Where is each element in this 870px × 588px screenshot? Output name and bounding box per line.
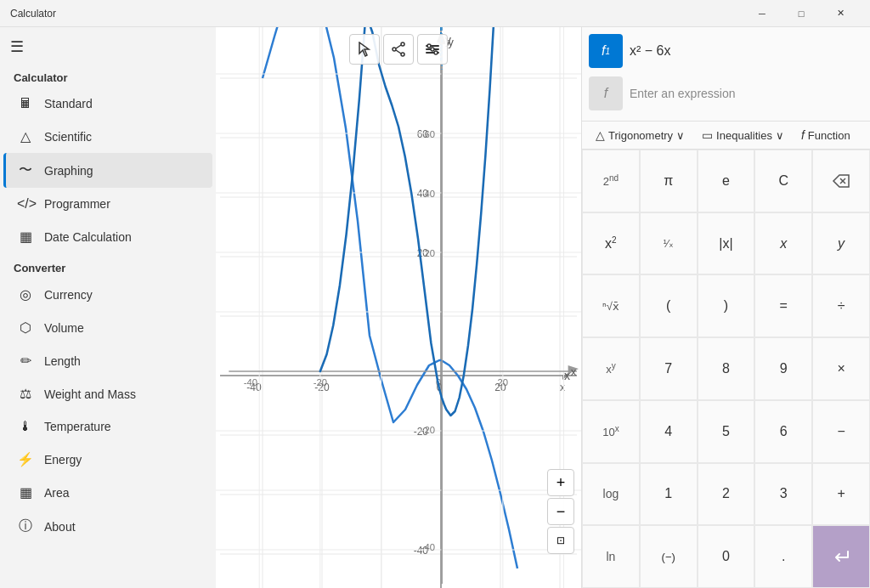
- svg-point-9: [427, 44, 431, 48]
- function-button[interactable]: f Function: [794, 125, 857, 145]
- key-9[interactable]: 9: [754, 337, 812, 400]
- standard-icon: 🖩: [17, 96, 34, 111]
- sidebar-item-about[interactable]: ⓘ About: [3, 509, 212, 544]
- key-x-squared[interactable]: x2: [582, 212, 640, 275]
- key-e[interactable]: e: [698, 150, 755, 212]
- key-1[interactable]: 1: [640, 463, 698, 526]
- zoom-out-button[interactable]: −: [547, 498, 574, 525]
- maximize-button[interactable]: □: [782, 0, 821, 27]
- close-button[interactable]: ✕: [821, 0, 860, 27]
- function-badge-1[interactable]: f1: [589, 34, 623, 68]
- key-equals[interactable]: =: [754, 274, 812, 337]
- graph-settings-button[interactable]: [417, 34, 448, 65]
- key-reciprocal[interactable]: ¹⁄ₓ: [640, 212, 698, 275]
- svg-text:-40: -40: [244, 377, 257, 387]
- key-7[interactable]: 7: [640, 337, 698, 400]
- key-x-power[interactable]: xy: [582, 337, 640, 400]
- key-x[interactable]: x: [754, 212, 812, 275]
- sidebar-item-label: Scientific: [44, 130, 92, 144]
- key-2[interactable]: 2: [698, 463, 755, 526]
- svg-line-5: [396, 50, 401, 54]
- svg-point-3: [401, 53, 404, 56]
- right-panel: f1 x² − 6x f Enter an expression △: [581, 27, 870, 588]
- function-add-row: f Enter an expression: [589, 73, 863, 114]
- sidebar-item-label: Length: [44, 354, 81, 368]
- key-subtract[interactable]: −: [812, 400, 870, 463]
- sidebar-item-label: About: [44, 520, 76, 534]
- programmer-icon: </>: [17, 196, 34, 212]
- sidebar-item-label: Currency: [44, 288, 93, 302]
- inequalities-button[interactable]: ▭ Inequalities ∨: [695, 125, 791, 145]
- currency-icon: ◎: [17, 286, 34, 302]
- key-open-paren[interactable]: (: [640, 274, 698, 337]
- sidebar-item-label: Temperature: [44, 420, 111, 433]
- scientific-icon: △: [17, 128, 34, 144]
- hamburger-menu[interactable]: ☰: [0, 31, 216, 63]
- key-0[interactable]: 0: [698, 525, 755, 588]
- key-negate[interactable]: (−): [640, 525, 698, 588]
- key-multiply[interactable]: ×: [812, 337, 870, 400]
- svg-text:20: 20: [498, 377, 509, 387]
- sidebar-item-standard[interactable]: 🖩 Standard: [3, 88, 212, 120]
- date-icon: ▦: [17, 229, 34, 245]
- key-5[interactable]: 5: [698, 400, 755, 463]
- function-badge-2[interactable]: f: [589, 76, 623, 110]
- key-nth-root[interactable]: ⁿ√x̄: [582, 274, 640, 337]
- svg-text:20: 20: [424, 248, 435, 258]
- sidebar-item-label: Programmer: [44, 197, 110, 211]
- graph-cursor-button[interactable]: [349, 34, 380, 65]
- zoom-in-button[interactable]: +: [547, 469, 574, 496]
- calc-keypad: △ Trigonometry ∨ ▭ Inequalities ∨ f Func…: [582, 122, 870, 588]
- key-8[interactable]: 8: [698, 337, 755, 400]
- sidebar-item-area[interactable]: ▦ Area: [3, 476, 212, 509]
- function-subscript: 1: [605, 47, 610, 56]
- key-pi[interactable]: π: [640, 150, 698, 212]
- sidebar-item-energy[interactable]: ⚡ Energy: [3, 443, 212, 476]
- sidebar-item-weight[interactable]: ⚖ Weight and Mass: [3, 377, 212, 410]
- function-expression-1[interactable]: x² − 6x: [630, 43, 670, 59]
- sidebar-item-date[interactable]: ▦ Date Calculation: [3, 220, 212, 253]
- sidebar-item-length[interactable]: ✏ Length: [3, 344, 212, 377]
- svg-marker-0: [359, 42, 369, 56]
- sidebar-item-programmer[interactable]: </> Programmer: [3, 188, 212, 220]
- sidebar: ☰ Calculator 🖩 Standard △ Scientific 〜 G…: [0, 27, 216, 588]
- key-6[interactable]: 6: [754, 400, 812, 463]
- key-enter[interactable]: [812, 525, 870, 588]
- graph-zoom-controls: + − ⊡: [547, 469, 574, 554]
- sidebar-item-temperature[interactable]: 🌡 Temperature: [3, 410, 212, 443]
- key-abs[interactable]: |x|: [698, 212, 755, 275]
- inequalities-chevron: ∨: [776, 129, 784, 142]
- sidebar-item-label: Volume: [44, 321, 84, 335]
- sidebar-item-currency[interactable]: ◎ Currency: [3, 278, 212, 311]
- about-icon: ⓘ: [17, 517, 34, 535]
- trig-icon: △: [596, 128, 605, 142]
- key-3[interactable]: 3: [754, 463, 812, 526]
- svg-point-10: [431, 48, 434, 51]
- trig-button[interactable]: △ Trigonometry ∨: [589, 125, 692, 145]
- key-decimal[interactable]: .: [754, 525, 812, 588]
- graph-share-button[interactable]: [383, 34, 414, 65]
- minimize-button[interactable]: ─: [743, 0, 782, 27]
- key-4[interactable]: 4: [640, 400, 698, 463]
- length-icon: ✏: [17, 353, 34, 369]
- sidebar-item-label: Graphing: [44, 164, 93, 178]
- key-add[interactable]: +: [812, 463, 870, 526]
- key-close-paren[interactable]: ): [698, 274, 755, 337]
- svg-text:y: y: [448, 36, 454, 48]
- key-divide[interactable]: ÷: [812, 274, 870, 337]
- key-clear[interactable]: C: [754, 150, 812, 212]
- sidebar-item-graphing[interactable]: 〜 Graphing: [3, 153, 212, 188]
- graph-overlay: y x -40 -20 0 20 20 40 60 -20 -40: [216, 27, 581, 588]
- key-ln[interactable]: ln: [582, 525, 640, 588]
- key-y[interactable]: y: [812, 212, 870, 275]
- enter-icon: [831, 548, 851, 565]
- key-2nd[interactable]: 2nd: [582, 150, 640, 212]
- sidebar-item-volume[interactable]: ⬡ Volume: [3, 311, 212, 344]
- function-placeholder[interactable]: Enter an expression: [630, 87, 736, 100]
- inequalities-icon: ▭: [702, 128, 713, 142]
- key-log[interactable]: log: [582, 463, 640, 526]
- sidebar-item-scientific[interactable]: △ Scientific: [3, 120, 212, 153]
- key-10x[interactable]: 10x: [582, 400, 640, 463]
- zoom-reset-button[interactable]: ⊡: [547, 527, 574, 554]
- key-backspace[interactable]: [812, 150, 870, 212]
